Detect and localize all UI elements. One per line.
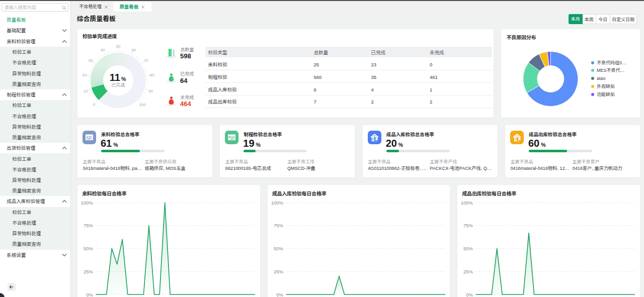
svg-text:100%: 100% [461,200,473,206]
svg-text:50%: 50% [84,246,94,251]
svg-text:70: 70 [144,58,148,63]
svg-text:50%: 50% [463,246,473,251]
svg-text:100%: 100% [81,200,94,206]
svg-text:0%: 0% [466,292,473,297]
svg-text:30: 30 [89,58,93,63]
svg-text:25%: 25% [274,269,284,274]
svg-text:100: 100 [139,103,146,107]
svg-text:20: 20 [82,73,87,77]
svg-text:50: 50 [116,44,121,49]
svg-text:75%: 75% [274,223,284,228]
svg-text:已完成: 已完成 [112,82,125,87]
svg-text:50%: 50% [274,246,284,251]
svg-text:90: 90 [148,89,153,93]
svg-text:40: 40 [101,48,105,52]
svg-text:0: 0 [93,103,96,107]
svg-text:0%: 0% [276,292,283,297]
svg-text:80: 80 [150,73,154,77]
svg-text:25%: 25% [463,269,473,274]
svg-text:PQC: PQC [228,136,235,140]
svg-text:75%: 75% [84,223,94,228]
svg-text:75%: 75% [463,223,473,228]
svg-text:100%: 100% [271,200,283,206]
svg-text:25%: 25% [84,269,94,274]
svg-text:10: 10 [84,89,88,93]
svg-text:0%: 0% [86,292,93,297]
svg-text:IQC: IQC [87,136,93,140]
svg-text:60: 60 [131,48,136,52]
